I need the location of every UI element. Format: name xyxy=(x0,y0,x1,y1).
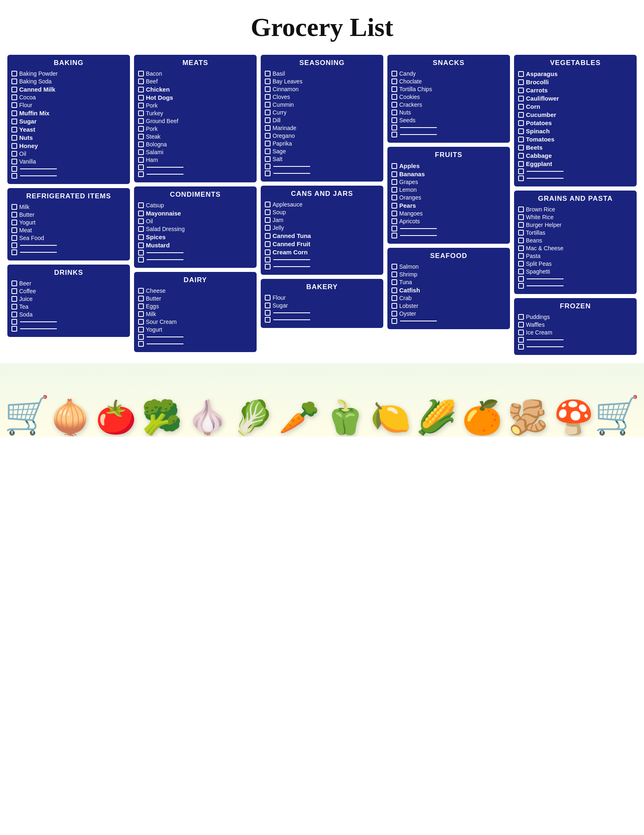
checkbox-icon[interactable] xyxy=(265,310,271,316)
checkbox-icon[interactable] xyxy=(265,133,271,139)
list-item[interactable]: Waffles xyxy=(518,321,633,328)
checkbox-icon[interactable] xyxy=(518,145,524,150)
checkbox-icon[interactable] xyxy=(138,226,144,232)
checkbox-icon[interactable] xyxy=(265,156,271,162)
list-item[interactable] xyxy=(11,166,126,172)
checkbox-icon[interactable] xyxy=(11,249,17,255)
checkbox-icon[interactable] xyxy=(391,311,397,316)
checkbox-icon[interactable] xyxy=(518,230,524,236)
list-item[interactable]: Crackers xyxy=(391,101,506,108)
checkbox-icon[interactable] xyxy=(138,257,144,263)
list-item[interactable]: Turkey xyxy=(138,110,253,117)
list-item[interactable]: Flour xyxy=(265,294,379,301)
list-item[interactable] xyxy=(138,164,253,170)
checkbox-icon[interactable] xyxy=(518,283,524,289)
list-item[interactable]: Baking Powder xyxy=(11,70,126,77)
list-item[interactable]: Apricots xyxy=(391,218,506,224)
list-item[interactable]: Cinnamon xyxy=(265,86,379,92)
checkbox-icon[interactable] xyxy=(391,203,397,209)
list-item[interactable] xyxy=(138,171,253,177)
checkbox-icon[interactable] xyxy=(138,149,144,155)
list-item[interactable]: Cloves xyxy=(265,94,379,100)
list-item[interactable]: Catfish xyxy=(391,287,506,294)
checkbox-icon[interactable] xyxy=(11,79,17,84)
list-item[interactable]: Spinach xyxy=(518,128,633,135)
checkbox-icon[interactable] xyxy=(391,295,397,301)
checkbox-icon[interactable] xyxy=(138,79,144,84)
list-item[interactable] xyxy=(265,317,379,323)
list-item[interactable]: Mustard xyxy=(138,242,253,249)
list-item[interactable]: Honey xyxy=(11,142,126,149)
checkbox-icon[interactable] xyxy=(518,104,524,110)
list-item[interactable] xyxy=(11,326,126,332)
list-item[interactable]: Cocoa xyxy=(11,94,126,101)
checkbox-icon[interactable] xyxy=(518,71,524,77)
list-item[interactable]: White Rice xyxy=(518,214,633,220)
checkbox-icon[interactable] xyxy=(518,128,524,134)
checkbox-icon[interactable] xyxy=(518,153,524,159)
list-item[interactable]: Juice xyxy=(11,296,126,302)
checkbox-icon[interactable] xyxy=(265,202,271,207)
checkbox-icon[interactable] xyxy=(11,288,17,294)
list-item[interactable]: Nuts xyxy=(11,134,126,141)
checkbox-icon[interactable] xyxy=(391,86,397,92)
list-item[interactable]: Eggs xyxy=(138,303,253,310)
checkbox-icon[interactable] xyxy=(11,127,17,132)
list-item[interactable]: Split Peas xyxy=(518,260,633,267)
checkbox-icon[interactable] xyxy=(138,110,144,116)
list-item[interactable]: Canned Tuna xyxy=(265,232,379,239)
checkbox-icon[interactable] xyxy=(265,110,271,115)
checkbox-icon[interactable] xyxy=(138,87,144,92)
checkbox-icon[interactable] xyxy=(265,209,271,215)
list-item[interactable]: Cauliflower xyxy=(518,95,633,102)
checkbox-icon[interactable] xyxy=(391,218,397,224)
list-item[interactable]: Puddings xyxy=(518,314,633,320)
list-item[interactable] xyxy=(391,132,506,137)
list-item[interactable]: Tuna xyxy=(391,279,506,285)
checkbox-icon[interactable] xyxy=(265,164,271,169)
list-item[interactable]: Beets xyxy=(518,144,633,151)
checkbox-icon[interactable] xyxy=(265,264,271,269)
checkbox-icon[interactable] xyxy=(391,102,397,108)
list-item[interactable]: Beer xyxy=(11,280,126,287)
list-item[interactable]: Cheese xyxy=(138,287,253,294)
checkbox-icon[interactable] xyxy=(11,166,17,172)
checkbox-icon[interactable] xyxy=(11,235,17,241)
list-item[interactable]: Sour Cream xyxy=(138,319,253,325)
list-item[interactable] xyxy=(391,125,506,130)
checkbox-icon[interactable] xyxy=(518,88,524,93)
checkbox-icon[interactable] xyxy=(518,79,524,85)
checkbox-icon[interactable] xyxy=(265,86,271,92)
list-item[interactable]: Dill xyxy=(265,117,379,123)
list-item[interactable]: Marinade xyxy=(265,125,379,131)
list-item[interactable]: Steak xyxy=(138,133,253,140)
list-item[interactable]: Tortilla Chips xyxy=(391,86,506,92)
list-item[interactable] xyxy=(391,233,506,238)
list-item[interactable]: Carrots xyxy=(518,87,633,94)
checkbox-icon[interactable] xyxy=(391,117,397,123)
checkbox-icon[interactable] xyxy=(265,148,271,154)
list-item[interactable]: Spices xyxy=(138,233,253,240)
list-item[interactable] xyxy=(518,344,633,350)
checkbox-icon[interactable] xyxy=(11,151,17,157)
list-item[interactable]: Tortillas xyxy=(518,229,633,236)
checkbox-icon[interactable] xyxy=(138,319,144,325)
list-item[interactable] xyxy=(518,337,633,343)
checkbox-icon[interactable] xyxy=(518,175,524,181)
checkbox-icon[interactable] xyxy=(391,279,397,285)
list-item[interactable]: Crab xyxy=(391,295,506,301)
list-item[interactable]: Bay Leaves xyxy=(265,78,379,85)
checkbox-icon[interactable] xyxy=(391,233,397,238)
list-item[interactable]: Muffin Mix xyxy=(11,110,126,117)
checkbox-icon[interactable] xyxy=(138,126,144,132)
list-item[interactable]: Grapes xyxy=(391,179,506,185)
checkbox-icon[interactable] xyxy=(391,132,397,137)
checkbox-icon[interactable] xyxy=(518,322,524,328)
checkbox-icon[interactable] xyxy=(265,141,271,146)
list-item[interactable] xyxy=(11,249,126,255)
checkbox-icon[interactable] xyxy=(11,94,17,100)
checkbox-icon[interactable] xyxy=(138,141,144,147)
list-item[interactable]: Coffee xyxy=(11,288,126,294)
checkbox-icon[interactable] xyxy=(138,334,144,340)
checkbox-icon[interactable] xyxy=(138,250,144,256)
